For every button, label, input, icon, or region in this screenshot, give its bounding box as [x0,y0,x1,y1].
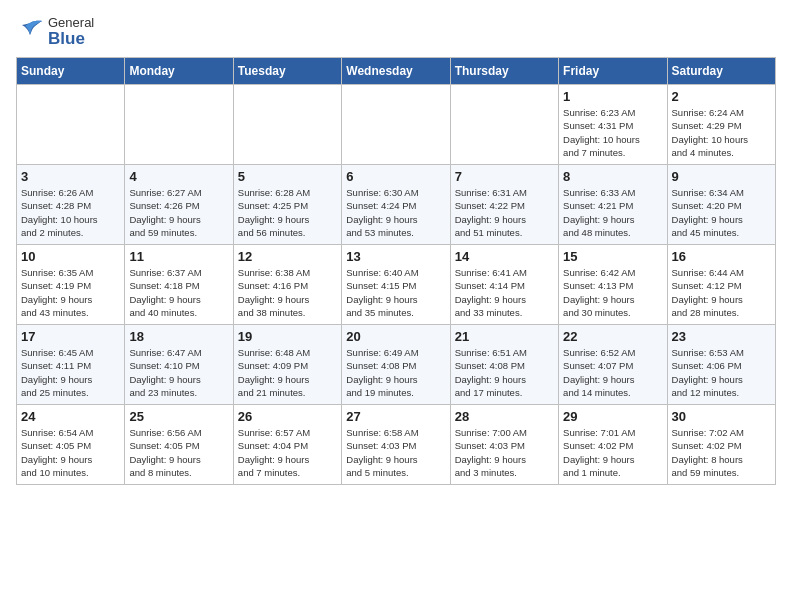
day-number: 13 [346,249,445,264]
calendar-cell: 4Sunrise: 6:27 AM Sunset: 4:26 PM Daylig… [125,164,233,244]
calendar-cell [342,84,450,164]
calendar-cell: 12Sunrise: 6:38 AM Sunset: 4:16 PM Dayli… [233,244,341,324]
calendar-cell: 28Sunrise: 7:00 AM Sunset: 4:03 PM Dayli… [450,404,558,484]
day-number: 25 [129,409,228,424]
day-info: Sunrise: 7:02 AM Sunset: 4:02 PM Dayligh… [672,426,771,479]
logo-text-blue: Blue [48,30,94,49]
calendar-cell: 24Sunrise: 6:54 AM Sunset: 4:05 PM Dayli… [17,404,125,484]
day-info: Sunrise: 6:34 AM Sunset: 4:20 PM Dayligh… [672,186,771,239]
day-number: 8 [563,169,662,184]
day-number: 15 [563,249,662,264]
day-info: Sunrise: 6:37 AM Sunset: 4:18 PM Dayligh… [129,266,228,319]
weekday-header-saturday: Saturday [667,57,775,84]
day-info: Sunrise: 6:26 AM Sunset: 4:28 PM Dayligh… [21,186,120,239]
calendar-cell: 17Sunrise: 6:45 AM Sunset: 4:11 PM Dayli… [17,324,125,404]
weekday-header-thursday: Thursday [450,57,558,84]
calendar-cell: 7Sunrise: 6:31 AM Sunset: 4:22 PM Daylig… [450,164,558,244]
day-number: 5 [238,169,337,184]
day-info: Sunrise: 6:51 AM Sunset: 4:08 PM Dayligh… [455,346,554,399]
calendar-cell [125,84,233,164]
day-info: Sunrise: 6:49 AM Sunset: 4:08 PM Dayligh… [346,346,445,399]
weekday-header-tuesday: Tuesday [233,57,341,84]
calendar-cell: 5Sunrise: 6:28 AM Sunset: 4:25 PM Daylig… [233,164,341,244]
calendar-cell: 25Sunrise: 6:56 AM Sunset: 4:05 PM Dayli… [125,404,233,484]
logo: General Blue [16,16,94,49]
day-info: Sunrise: 6:42 AM Sunset: 4:13 PM Dayligh… [563,266,662,319]
day-info: Sunrise: 6:54 AM Sunset: 4:05 PM Dayligh… [21,426,120,479]
day-info: Sunrise: 6:24 AM Sunset: 4:29 PM Dayligh… [672,106,771,159]
calendar-cell: 13Sunrise: 6:40 AM Sunset: 4:15 PM Dayli… [342,244,450,324]
calendar-cell: 27Sunrise: 6:58 AM Sunset: 4:03 PM Dayli… [342,404,450,484]
day-info: Sunrise: 6:56 AM Sunset: 4:05 PM Dayligh… [129,426,228,479]
day-info: Sunrise: 6:31 AM Sunset: 4:22 PM Dayligh… [455,186,554,239]
calendar-cell: 20Sunrise: 6:49 AM Sunset: 4:08 PM Dayli… [342,324,450,404]
day-info: Sunrise: 6:35 AM Sunset: 4:19 PM Dayligh… [21,266,120,319]
calendar-cell [17,84,125,164]
day-number: 6 [346,169,445,184]
day-number: 2 [672,89,771,104]
day-number: 23 [672,329,771,344]
calendar-cell [233,84,341,164]
weekday-header-friday: Friday [559,57,667,84]
calendar-cell: 3Sunrise: 6:26 AM Sunset: 4:28 PM Daylig… [17,164,125,244]
calendar-cell: 2Sunrise: 6:24 AM Sunset: 4:29 PM Daylig… [667,84,775,164]
day-info: Sunrise: 6:53 AM Sunset: 4:06 PM Dayligh… [672,346,771,399]
calendar-cell: 29Sunrise: 7:01 AM Sunset: 4:02 PM Dayli… [559,404,667,484]
day-info: Sunrise: 6:48 AM Sunset: 4:09 PM Dayligh… [238,346,337,399]
day-number: 9 [672,169,771,184]
calendar-cell: 21Sunrise: 6:51 AM Sunset: 4:08 PM Dayli… [450,324,558,404]
calendar-week-2: 3Sunrise: 6:26 AM Sunset: 4:28 PM Daylig… [17,164,776,244]
day-number: 24 [21,409,120,424]
day-info: Sunrise: 6:23 AM Sunset: 4:31 PM Dayligh… [563,106,662,159]
calendar-week-5: 24Sunrise: 6:54 AM Sunset: 4:05 PM Dayli… [17,404,776,484]
calendar-cell: 6Sunrise: 6:30 AM Sunset: 4:24 PM Daylig… [342,164,450,244]
calendar-header-row: SundayMondayTuesdayWednesdayThursdayFrid… [17,57,776,84]
calendar-cell: 15Sunrise: 6:42 AM Sunset: 4:13 PM Dayli… [559,244,667,324]
day-number: 27 [346,409,445,424]
day-info: Sunrise: 6:27 AM Sunset: 4:26 PM Dayligh… [129,186,228,239]
day-info: Sunrise: 6:44 AM Sunset: 4:12 PM Dayligh… [672,266,771,319]
calendar-cell: 22Sunrise: 6:52 AM Sunset: 4:07 PM Dayli… [559,324,667,404]
day-info: Sunrise: 6:30 AM Sunset: 4:24 PM Dayligh… [346,186,445,239]
day-number: 17 [21,329,120,344]
day-info: Sunrise: 7:00 AM Sunset: 4:03 PM Dayligh… [455,426,554,479]
day-number: 29 [563,409,662,424]
day-info: Sunrise: 6:45 AM Sunset: 4:11 PM Dayligh… [21,346,120,399]
day-number: 3 [21,169,120,184]
day-info: Sunrise: 6:28 AM Sunset: 4:25 PM Dayligh… [238,186,337,239]
weekday-header-wednesday: Wednesday [342,57,450,84]
weekday-header-monday: Monday [125,57,233,84]
calendar-cell [450,84,558,164]
calendar-cell: 26Sunrise: 6:57 AM Sunset: 4:04 PM Dayli… [233,404,341,484]
day-number: 10 [21,249,120,264]
calendar-cell: 30Sunrise: 7:02 AM Sunset: 4:02 PM Dayli… [667,404,775,484]
day-number: 28 [455,409,554,424]
day-info: Sunrise: 6:40 AM Sunset: 4:15 PM Dayligh… [346,266,445,319]
day-number: 19 [238,329,337,344]
day-number: 21 [455,329,554,344]
calendar-cell: 11Sunrise: 6:37 AM Sunset: 4:18 PM Dayli… [125,244,233,324]
calendar-cell: 9Sunrise: 6:34 AM Sunset: 4:20 PM Daylig… [667,164,775,244]
day-number: 11 [129,249,228,264]
day-number: 20 [346,329,445,344]
calendar-cell: 8Sunrise: 6:33 AM Sunset: 4:21 PM Daylig… [559,164,667,244]
day-info: Sunrise: 6:38 AM Sunset: 4:16 PM Dayligh… [238,266,337,319]
calendar-cell: 1Sunrise: 6:23 AM Sunset: 4:31 PM Daylig… [559,84,667,164]
day-info: Sunrise: 7:01 AM Sunset: 4:02 PM Dayligh… [563,426,662,479]
calendar-cell: 18Sunrise: 6:47 AM Sunset: 4:10 PM Dayli… [125,324,233,404]
day-info: Sunrise: 6:57 AM Sunset: 4:04 PM Dayligh… [238,426,337,479]
calendar-cell: 14Sunrise: 6:41 AM Sunset: 4:14 PM Dayli… [450,244,558,324]
day-info: Sunrise: 6:41 AM Sunset: 4:14 PM Dayligh… [455,266,554,319]
calendar-cell: 23Sunrise: 6:53 AM Sunset: 4:06 PM Dayli… [667,324,775,404]
calendar-week-4: 17Sunrise: 6:45 AM Sunset: 4:11 PM Dayli… [17,324,776,404]
day-number: 12 [238,249,337,264]
header: General Blue [16,16,776,49]
day-number: 14 [455,249,554,264]
calendar-cell: 16Sunrise: 6:44 AM Sunset: 4:12 PM Dayli… [667,244,775,324]
calendar-table: SundayMondayTuesdayWednesdayThursdayFrid… [16,57,776,485]
calendar-week-1: 1Sunrise: 6:23 AM Sunset: 4:31 PM Daylig… [17,84,776,164]
day-info: Sunrise: 6:33 AM Sunset: 4:21 PM Dayligh… [563,186,662,239]
calendar-cell: 19Sunrise: 6:48 AM Sunset: 4:09 PM Dayli… [233,324,341,404]
day-number: 7 [455,169,554,184]
day-info: Sunrise: 6:47 AM Sunset: 4:10 PM Dayligh… [129,346,228,399]
